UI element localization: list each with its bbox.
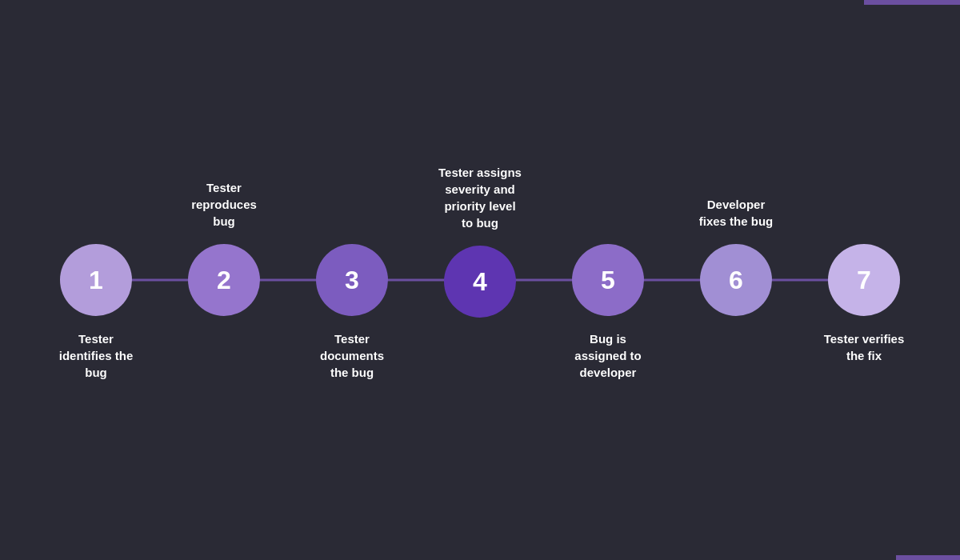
step-7-label: Tester verifiesthe fix (824, 330, 905, 394)
step-5-circle: 5 (572, 244, 644, 316)
step-5-label: Bug isassigned todeveloper (574, 330, 641, 394)
step-6-label: Developerfixes the bug (699, 166, 774, 230)
step-3-number: 3 (345, 266, 359, 295)
step-7-circle: 7 (828, 244, 900, 316)
corner-accent-bottom (896, 555, 960, 560)
step-7: 7 Tester verifiesthe fix (808, 166, 920, 394)
step-1-number: 1 (89, 266, 103, 295)
step-6-number: 6 (729, 266, 743, 295)
step-5: 5 Bug isassigned todeveloper (552, 166, 664, 394)
step-3-circle: 3 (316, 244, 388, 316)
step-5-number: 5 (601, 266, 615, 295)
step-3: 3 Testerdocumentsthe bug (296, 166, 408, 394)
corner-accent-top (864, 0, 960, 5)
step-6: Developerfixes the bug 6 (680, 166, 792, 394)
step-4-label: Tester assignsseverity andpriority level… (438, 164, 522, 231)
step-2-circle: 2 (188, 244, 260, 316)
step-1-label: Testeridentifies thebug (59, 330, 134, 394)
step-7-number: 7 (857, 266, 871, 295)
step-3-label: Testerdocumentsthe bug (320, 330, 384, 394)
step-6-circle: 6 (700, 244, 772, 316)
step-4: Tester assignsseverity andpriority level… (424, 164, 536, 396)
step-1: 1 Testeridentifies thebug (40, 166, 152, 394)
step-2-number: 2 (217, 266, 231, 295)
timeline-wrapper: 1 Testeridentifies thebug Testerreproduc… (40, 164, 920, 396)
step-4-circle: 4 (444, 246, 516, 318)
step-2: Testerreproducesbug 2 (168, 166, 280, 394)
step-2-label: Testerreproducesbug (191, 166, 257, 230)
step-4-number: 4 (473, 267, 487, 297)
step-1-circle: 1 (60, 244, 132, 316)
diagram-container: 1 Testeridentifies thebug Testerreproduc… (40, 164, 920, 396)
